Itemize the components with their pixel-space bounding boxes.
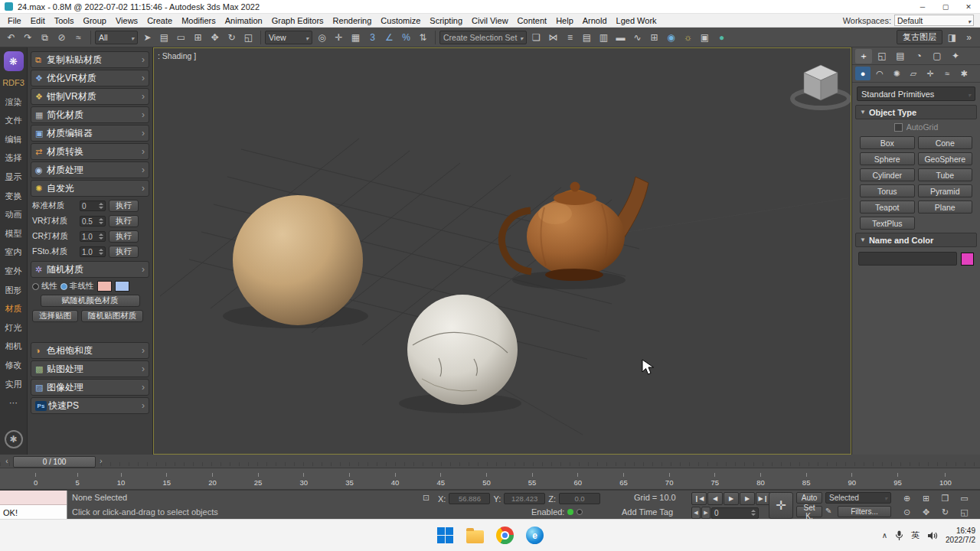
toolbar-icon[interactable]: ▥	[596, 30, 612, 45]
add-time-tag[interactable]: Add Time Tag	[622, 507, 673, 517]
menu-item[interactable]: Arnold	[578, 14, 612, 27]
timeline-tick[interactable]: 10	[117, 473, 126, 487]
plugin-menu-button[interactable]: ❖ 优化VR材质	[31, 70, 149, 86]
sidebar-item[interactable]: 渲染	[5, 93, 21, 112]
object-type-button[interactable]: Sphere	[860, 152, 915, 165]
plugin-menu-button[interactable]: ◑ 色相饱和度	[31, 342, 149, 359]
timeline-tick[interactable]: 60	[574, 473, 583, 487]
spinner-arrows-icon[interactable]	[751, 510, 756, 516]
name-and-color-rollout[interactable]: ▼ Name and Color	[855, 233, 977, 247]
command-panel-tab[interactable]: ✦	[947, 49, 964, 64]
sidebar-item[interactable]: 动画	[5, 205, 21, 224]
command-panel-tab[interactable]: ◱	[874, 49, 890, 64]
time-slider-handle[interactable]: 0 / 100	[13, 456, 96, 468]
timeline-tick[interactable]: 80	[756, 473, 765, 487]
plugin-menu-button[interactable]: ❖ 钳制VR材质	[31, 88, 149, 105]
viewport-navigation-icon[interactable]: ◱	[955, 505, 974, 519]
menu-item[interactable]: File	[3, 14, 26, 27]
input-language-indicator[interactable]: 英	[911, 530, 920, 541]
sidebar-item[interactable]: 编辑	[5, 130, 21, 149]
create-category-icon[interactable]: ●	[855, 67, 871, 80]
object-type-rollout[interactable]: ▼ Object Type	[855, 105, 977, 119]
maximize-button[interactable]: ▢	[934, 0, 957, 13]
time-slider[interactable]: 0 / 100	[0, 455, 980, 468]
scene-object-sphere-white[interactable]	[407, 295, 518, 405]
sidebar-item[interactable]: ⋯	[9, 393, 18, 412]
toolbar-icon[interactable]: ▣	[697, 30, 713, 45]
sidebar-item[interactable]: 模型	[5, 224, 21, 243]
timeline-tick[interactable]: 75	[711, 473, 720, 487]
sidebar-item[interactable]: 相机	[5, 337, 21, 356]
execute-button[interactable]: 执行	[109, 230, 139, 243]
toolbar-icon[interactable]: ⇅	[415, 30, 431, 45]
toolbar-icon[interactable]: ⊘	[54, 30, 70, 45]
nonlinear-radio[interactable]: 非线性	[60, 281, 94, 292]
timeline-tick[interactable]: 90	[848, 473, 857, 487]
viewport-navigation-icon[interactable]: ⊙	[897, 505, 916, 519]
command-panel-tab[interactable]: ▤	[892, 49, 909, 64]
object-type-button[interactable]: Teapot	[860, 201, 915, 214]
toolbar-icon[interactable]: ≡	[562, 30, 578, 45]
toolbar-icon[interactable]: ⧉	[37, 30, 53, 45]
enabled-on-dot[interactable]	[567, 509, 573, 515]
toolbar-icon[interactable]: ∿	[629, 30, 645, 45]
create-category-icon[interactable]: ▱	[906, 67, 921, 80]
sidebar-item[interactable]: 选择	[5, 148, 21, 168]
set-key-button[interactable]: Set K.	[796, 506, 822, 517]
scene-object-teapot[interactable]	[502, 177, 648, 281]
self-illumination-header[interactable]: ✺ 自发光	[31, 180, 149, 197]
browser-button[interactable]: e	[526, 527, 544, 545]
settings-gear-icon[interactable]: ✱	[5, 430, 23, 448]
close-button[interactable]: ✕	[957, 0, 980, 13]
plugin-menu-button[interactable]: ▩ 贴图处理	[31, 360, 149, 377]
menu-item[interactable]: Graph Editors	[267, 14, 328, 27]
select-map-button[interactable]: 选择贴图	[32, 310, 78, 322]
linear-radio[interactable]: 线性	[32, 281, 57, 292]
menu-item[interactable]: Help	[551, 14, 578, 27]
auto-key-button[interactable]: Auto	[796, 492, 822, 504]
viewport[interactable]: : Shading ]	[153, 47, 851, 455]
value-spinner[interactable]: 0.5	[80, 216, 106, 227]
timeline-tick[interactable]: 85	[802, 473, 811, 487]
sidebar-item[interactable]: 实用	[5, 375, 21, 394]
toolbar-icon[interactable]: ↻	[224, 30, 240, 45]
toolbar-icon[interactable]: ↷	[20, 30, 36, 45]
create-category-icon[interactable]: ◠	[872, 67, 887, 80]
selection-lock-toggle[interactable]: ⊡	[423, 493, 433, 503]
key-filters-icon[interactable]: ✎	[825, 507, 831, 515]
execute-button[interactable]: 执行	[109, 200, 139, 212]
toolbar-icon[interactable]: ▭	[173, 30, 189, 45]
value-spinner[interactable]: 0	[80, 201, 106, 211]
object-type-button[interactable]: Cylinder	[860, 168, 915, 181]
random-color-swatch-2[interactable]	[115, 281, 129, 292]
viewport-navigation-icon[interactable]: ▭	[955, 491, 974, 505]
timeline-tick[interactable]: 50	[482, 473, 491, 487]
previous-key-button[interactable]: ◀	[691, 507, 701, 519]
scene-object-sphere-tan[interactable]	[233, 195, 363, 325]
timeline-tick[interactable]: 35	[345, 473, 354, 487]
timeline-tick[interactable]: 20	[208, 473, 217, 487]
toolbar-icon[interactable]: ▦	[348, 30, 364, 45]
create-category-icon[interactable]: ✱	[956, 67, 972, 80]
toolbar-icon[interactable]: ▤	[156, 30, 172, 45]
assign-random-color-button[interactable]: 赋随机颜色材质	[41, 295, 140, 307]
plugin-menu-button[interactable]: ▣ 材质编辑器	[31, 125, 149, 142]
timeline-tick[interactable]: 30	[299, 473, 308, 487]
object-type-button[interactable]: Plane	[918, 201, 973, 214]
object-type-button[interactable]: Cone	[918, 136, 973, 149]
toolbar-icon[interactable]: »	[961, 30, 977, 45]
toolbar-icon[interactable]: 3	[364, 30, 381, 45]
plugin-menu-button[interactable]: ▦ 简化材质	[31, 106, 149, 123]
toolbar-icon[interactable]: ✥	[207, 30, 223, 45]
timeline-tick[interactable]: 70	[665, 473, 674, 487]
enabled-off-dot[interactable]	[577, 509, 583, 515]
execute-button[interactable]: 执行	[109, 215, 139, 227]
y-field[interactable]: 128.423	[504, 493, 545, 504]
viewport-navigation-icon[interactable]: ✥	[916, 505, 936, 519]
timeline-tick[interactable]: 40	[391, 473, 400, 487]
sidebar-item[interactable]: 材质	[5, 299, 21, 318]
retro-layer-button[interactable]: 复古图层	[897, 30, 942, 44]
playback-button[interactable]: ❙◀	[691, 492, 707, 505]
timeline-tick[interactable]: 45	[436, 473, 445, 487]
plugin-menu-button[interactable]: ⇄ 材质转换	[31, 143, 149, 160]
